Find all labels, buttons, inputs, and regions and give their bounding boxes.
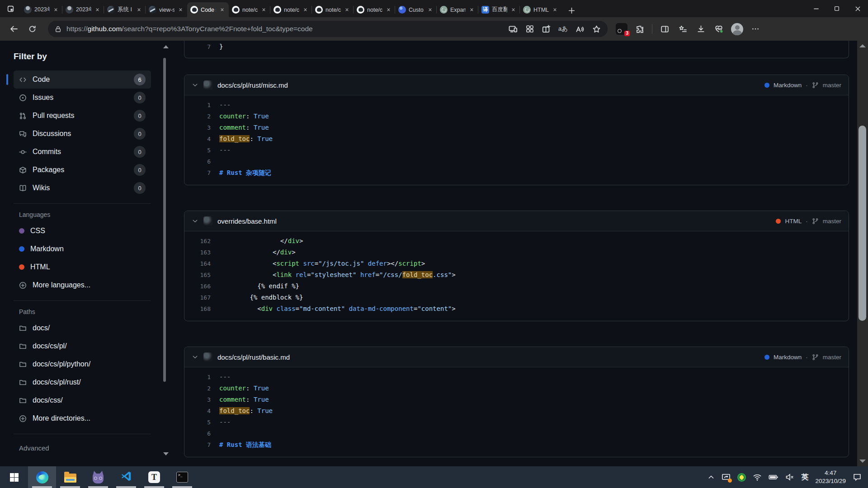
collapse-chevron-icon[interactable] — [192, 82, 198, 89]
path-filter[interactable]: docs/cs/pl/python/ — [14, 355, 151, 373]
browser-essentials-button[interactable] — [710, 21, 727, 37]
scroll-up-arrow[interactable] — [163, 45, 169, 48]
maximize-button[interactable] — [826, 0, 847, 17]
back-button[interactable] — [5, 21, 23, 37]
sidebar-filter-issues[interactable]: Issues0 — [14, 89, 151, 107]
extension-button[interactable]: 3 — [613, 21, 630, 37]
cast-tray-icon[interactable] — [722, 473, 731, 482]
send-to-devices-button[interactable] — [505, 21, 521, 37]
action-center-button[interactable] — [853, 473, 862, 482]
sidebar-filter-pull-requests[interactable]: Pull requests0 — [14, 107, 151, 125]
file-link[interactable]: docs/cs/pl/rust/misc.md — [217, 81, 288, 89]
page-scrollbar[interactable] — [857, 41, 868, 466]
tab-close-icon[interactable] — [385, 6, 392, 13]
taskbar-typora-button[interactable]: T — [140, 466, 168, 488]
tab-close-icon[interactable] — [260, 6, 267, 13]
sidebar-filter-wikis[interactable]: Wikis0 — [14, 179, 151, 197]
translate-button[interactable]: aあ — [555, 21, 571, 37]
read-aloud-button[interactable] — [571, 21, 588, 37]
new-tab-button[interactable] — [563, 4, 580, 17]
favorite-star-button[interactable] — [588, 21, 605, 37]
more-languages-button[interactable]: More languages... — [14, 276, 151, 294]
tab-close-icon[interactable] — [52, 6, 59, 13]
browser-tab[interactable]: note/c — [270, 2, 312, 17]
tab-close-icon[interactable] — [219, 6, 226, 13]
tab-close-icon[interactable] — [427, 6, 434, 13]
taskbar-purple-cat-button[interactable] — [84, 466, 112, 488]
volume-muted-tray-icon[interactable] — [785, 473, 794, 482]
browser-tab[interactable]: 2023年 — [62, 2, 104, 17]
path-list: docs/docs/cs/pl/docs/cs/pl/python/docs/c… — [14, 319, 162, 409]
apps-grid-button[interactable] — [521, 21, 538, 37]
taskbar-vscode-button[interactable] — [112, 466, 140, 488]
sidebar-filter-discussions[interactable]: Discussions0 — [14, 125, 151, 143]
split-screen-button[interactable] — [538, 21, 555, 37]
tray-expand-button[interactable] — [708, 474, 715, 481]
sidebar-filter-code[interactable]: Code6 — [14, 70, 151, 89]
browser-tab[interactable]: Custo — [395, 2, 437, 17]
collections-button[interactable] — [674, 21, 691, 37]
tab-close-icon[interactable] — [468, 6, 475, 13]
windows-logo-icon — [10, 473, 19, 482]
browser-tab[interactable]: note/c — [229, 2, 270, 17]
tab-close-icon[interactable] — [136, 6, 142, 13]
tab-close-icon[interactable] — [94, 6, 101, 13]
sidebar-filter-commits[interactable]: Commits0 — [14, 143, 151, 161]
scroll-up-arrow[interactable] — [859, 44, 866, 47]
language-filter-html[interactable]: HTML — [14, 258, 151, 276]
extensions-menu-button[interactable] — [631, 21, 648, 37]
browser-tab[interactable]: Expan — [437, 2, 478, 17]
sidebar-filter-packages[interactable]: Packages0 — [14, 161, 151, 179]
tab-close-icon[interactable] — [510, 6, 517, 13]
start-button[interactable] — [0, 466, 28, 488]
minimize-button[interactable] — [806, 0, 826, 17]
tab-actions-button[interactable] — [0, 0, 21, 17]
browser-tab[interactable]: 2023年 — [21, 2, 62, 17]
url-text[interactable]: https://github.com/search?q=repo%3ATonyC… — [66, 25, 505, 33]
sidebar-scrollbar[interactable] — [162, 41, 167, 466]
browser-tab[interactable]: view-s — [146, 2, 187, 17]
language-filter-css[interactable]: CSS — [14, 222, 151, 240]
taskbar-terminal-button[interactable]: >_ — [168, 466, 196, 488]
path-filter[interactable]: docs/cs/pl/ — [14, 337, 151, 355]
refresh-button[interactable] — [24, 21, 41, 37]
address-bar[interactable]: https://github.com/search?q=repo%3ATonyC… — [48, 21, 608, 37]
path-filter[interactable]: docs/ — [14, 319, 151, 337]
scroll-down-arrow[interactable] — [859, 460, 866, 463]
path-filter[interactable]: docs/cs/pl/rust/ — [14, 373, 151, 391]
browser-tab[interactable]: note/c — [354, 2, 395, 17]
scrollbar-thumb[interactable] — [859, 126, 866, 321]
tab-close-icon[interactable] — [302, 6, 309, 13]
file-link[interactable]: overrides/base.html — [217, 217, 277, 225]
collapse-chevron-icon[interactable] — [192, 354, 198, 361]
more-directories-button[interactable]: More directories... — [14, 409, 151, 427]
browser-tab[interactable]: Code s — [187, 2, 229, 17]
battery-tray-icon[interactable] — [769, 473, 778, 482]
ime-indicator[interactable]: 英 — [801, 473, 808, 482]
settings-menu-button[interactable] — [747, 21, 764, 37]
path-filter[interactable]: docs/css/ — [14, 391, 151, 409]
taskbar-clock[interactable]: 4:472023/10/29 — [815, 469, 846, 485]
sidebar-toggle-button[interactable] — [656, 21, 673, 37]
file-link[interactable]: docs/cs/pl/rust/basic.md — [217, 353, 290, 361]
browser-tab[interactable]: HTML — [520, 2, 561, 17]
browser-tab[interactable]: 系统 I — [104, 2, 146, 17]
taskbar-file-explorer-button[interactable] — [56, 466, 84, 488]
wifi-tray-icon[interactable] — [753, 473, 762, 482]
browser-tab[interactable]: 译百度翻 — [478, 2, 520, 17]
taskbar-edge-button[interactable] — [28, 466, 56, 488]
tab-close-icon[interactable] — [552, 6, 558, 13]
advanced-section-toggle[interactable]: Advanced — [19, 444, 162, 452]
tab-close-icon[interactable] — [344, 6, 350, 13]
downloads-button[interactable] — [692, 21, 709, 37]
collapse-chevron-icon[interactable] — [192, 218, 198, 225]
green-app-tray-icon[interactable] — [737, 473, 746, 482]
scroll-down-arrow[interactable] — [163, 452, 169, 455]
scrollbar-thumb[interactable] — [163, 58, 166, 382]
browser-tab[interactable]: note/c — [312, 2, 354, 17]
profile-avatar[interactable] — [731, 23, 743, 35]
language-filter-markdown[interactable]: Markdown — [14, 240, 151, 258]
line-content: # Rust 杂项随记 — [211, 167, 271, 178]
tab-close-icon[interactable] — [177, 6, 184, 13]
close-button[interactable] — [847, 0, 868, 17]
